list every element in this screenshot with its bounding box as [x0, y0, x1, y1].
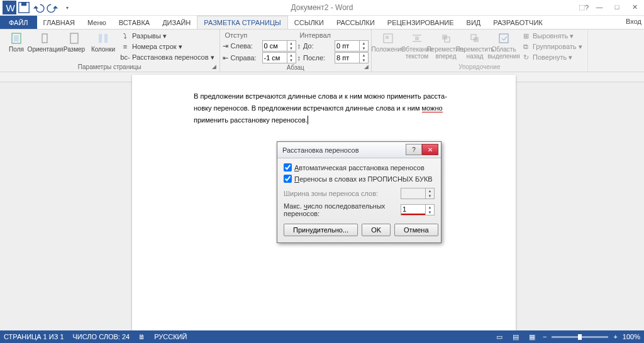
- tab-page-layout[interactable]: РАЗМЕТКА СТРАНИЦЫ: [197, 16, 287, 29]
- sign-in-link[interactable]: Вход: [626, 18, 641, 25]
- quick-access-toolbar: W ▾: [0, 1, 74, 14]
- spacing-before-label: До:: [303, 42, 332, 50]
- auto-hyphenation-checkbox[interactable]: [284, 163, 292, 172]
- tab-file[interactable]: ФАЙЛ: [0, 16, 37, 29]
- zone-width-label: Ширина зоны переноса слов:: [284, 190, 378, 197]
- auto-hyphenation-label: Автоматическая расстановка переносов: [294, 164, 425, 172]
- save-icon[interactable]: [17, 1, 31, 14]
- window-controls: ⬚ — □ ✕: [574, 0, 643, 14]
- status-bar: СТРАНИЦА 1 ИЗ 1 ЧИСЛО СЛОВ: 24 🗎 РУССКИЙ…: [0, 330, 644, 343]
- margins-button[interactable]: Поля: [3, 31, 30, 53]
- zone-width-row: Ширина зоны переноса слов: ▲▼: [284, 188, 435, 199]
- spacing-after-input[interactable]: ▲▼: [335, 52, 369, 63]
- word-app-icon[interactable]: W: [3, 1, 16, 14]
- indent-right-label: Справа:: [231, 54, 260, 62]
- group-page-setup: Поля Ориентация Размер Колонки ⤵Разрывы …: [0, 30, 220, 72]
- zoom-out-icon[interactable]: −: [543, 333, 547, 340]
- print-layout-icon[interactable]: ▤: [510, 332, 521, 341]
- indent-left-label: Слева:: [231, 42, 260, 50]
- page-status[interactable]: СТРАНИЦА 1 ИЗ 1: [4, 333, 64, 340]
- group-arrange: Положение Обтекание текстом Переместить …: [372, 30, 588, 72]
- indent-right-icon: ⇤: [223, 54, 228, 62]
- group-paragraph: Отступ ⇥Слева:▲▼ ⇤Справа:▲▼ Интервал ↕До…: [220, 30, 372, 72]
- rotate-button: ↻Повернуть ▾: [519, 52, 585, 62]
- spacing-header: Интервал: [297, 31, 369, 40]
- indent-left-input[interactable]: ▲▼: [262, 40, 296, 52]
- size-button[interactable]: Размер: [60, 31, 88, 53]
- hyphenation-button[interactable]: bс-Расстановка переносов ▾: [118, 52, 217, 62]
- tab-menu[interactable]: Меню: [81, 16, 113, 29]
- dialog-title: Расстановка переносов: [282, 146, 358, 154]
- word-count[interactable]: ЧИСЛО СЛОВ: 24: [73, 333, 130, 340]
- undo-icon[interactable]: [31, 1, 45, 14]
- group-label-paragraph: Абзац: [223, 63, 369, 72]
- ok-button[interactable]: OK: [362, 224, 391, 236]
- ribbon-tabs: ФАЙЛ ГЛАВНАЯ Меню ВСТАВКА ДИЗАЙН РАЗМЕТК…: [0, 16, 644, 30]
- svg-rect-5: [14, 35, 19, 41]
- breaks-button[interactable]: ⤵Разрывы ▾: [118, 31, 217, 41]
- language-status[interactable]: РУССКИЙ: [154, 333, 187, 340]
- force-button[interactable]: Принудительно...: [284, 224, 358, 236]
- document-text[interactable]: В предложении встречаются длинные слова …: [194, 90, 454, 126]
- zoom-in-icon[interactable]: +: [613, 333, 617, 340]
- indent-left-icon: ⇥: [223, 42, 228, 50]
- max-consecutive-row: Макс. число последовательных переносов: …: [284, 202, 435, 217]
- ribbon: Поля Ориентация Размер Колонки ⤵Разрывы …: [0, 30, 644, 72]
- svg-rect-11: [386, 36, 389, 39]
- cancel-button[interactable]: Отмена: [394, 224, 438, 236]
- indent-header: Отступ: [223, 31, 296, 40]
- maximize-icon[interactable]: □: [609, 0, 625, 14]
- dialog-help-icon[interactable]: ?: [406, 144, 422, 155]
- svg-rect-3: [21, 3, 26, 6]
- tab-mailings[interactable]: РАССЫЛКИ: [330, 16, 381, 29]
- tab-insert[interactable]: ВСТАВКА: [113, 16, 156, 29]
- caps-hyphenation-label: Переносы в словах из ПРОПИСНЫХ БУКВ: [294, 175, 433, 183]
- svg-rect-8: [99, 34, 102, 43]
- spacing-after-icon: ↕: [297, 54, 301, 62]
- spacing-before-input[interactable]: ▲▼: [335, 40, 369, 52]
- zoom-level[interactable]: 100%: [623, 333, 640, 340]
- text-cursor: [308, 116, 308, 124]
- svg-rect-6: [42, 34, 47, 43]
- max-consecutive-label: Макс. число последовательных переносов:: [284, 202, 398, 217]
- tab-references[interactable]: ССЫЛКИ: [288, 16, 330, 29]
- ribbon-display-icon[interactable]: ⬚: [574, 0, 590, 14]
- tab-view[interactable]: ВИД: [460, 16, 487, 29]
- spacing-after-label: После:: [303, 54, 332, 62]
- doc-line-3: применить расстановку переносов.: [194, 116, 308, 124]
- dialog-close-icon[interactable]: ✕: [422, 144, 438, 155]
- columns-button[interactable]: Колонки: [89, 31, 117, 53]
- caps-hyphenation-checkbox[interactable]: [284, 175, 292, 183]
- max-consecutive-input[interactable]: ▲▼: [401, 204, 435, 215]
- group-button: ⧉Группировать ▾: [519, 41, 585, 52]
- orientation-button[interactable]: Ориентация: [31, 31, 59, 53]
- page-setup-launcher-icon[interactable]: ◢: [211, 63, 218, 70]
- dialog-title-bar[interactable]: Расстановка переносов ? ✕: [277, 142, 441, 158]
- hyphenation-dialog: Расстановка переносов ? ✕ Автоматическая…: [277, 141, 441, 243]
- group-label-page-setup: Параметры страницы: [3, 63, 217, 72]
- group-label-arrange: Упорядочение: [374, 63, 585, 72]
- window-title: Документ2 - Word: [291, 3, 353, 12]
- send-backward-button: Переместить назад: [461, 31, 489, 60]
- align-button: ⊞Выровнять ▾: [519, 31, 585, 41]
- redo-icon[interactable]: [46, 1, 60, 14]
- tab-developer[interactable]: РАЗРАБОТЧИК: [487, 16, 548, 29]
- close-icon[interactable]: ✕: [626, 0, 643, 14]
- zoom-slider[interactable]: [552, 336, 608, 338]
- svg-rect-12: [415, 36, 419, 40]
- auto-hyphenation-row: Автоматическая расстановка переносов: [284, 163, 435, 172]
- tab-review[interactable]: РЕЦЕНЗИРОВАНИЕ: [381, 16, 460, 29]
- svg-rect-7: [70, 33, 78, 43]
- line-numbers-button[interactable]: ≡Номера строк ▾: [118, 41, 217, 52]
- svg-rect-17: [499, 34, 508, 43]
- proofing-icon[interactable]: 🗎: [138, 333, 145, 340]
- minimize-icon[interactable]: —: [591, 0, 608, 14]
- selection-pane-button[interactable]: Область выделения: [490, 31, 518, 60]
- web-layout-icon[interactable]: ▦: [526, 332, 538, 341]
- paragraph-launcher-icon[interactable]: ◢: [362, 63, 370, 70]
- read-mode-icon[interactable]: ▭: [494, 332, 505, 341]
- tab-home[interactable]: ГЛАВНАЯ: [37, 16, 81, 29]
- indent-right-input[interactable]: ▲▼: [262, 52, 296, 63]
- qat-customize-icon[interactable]: ▾: [60, 1, 74, 14]
- tab-design[interactable]: ДИЗАЙН: [156, 16, 197, 29]
